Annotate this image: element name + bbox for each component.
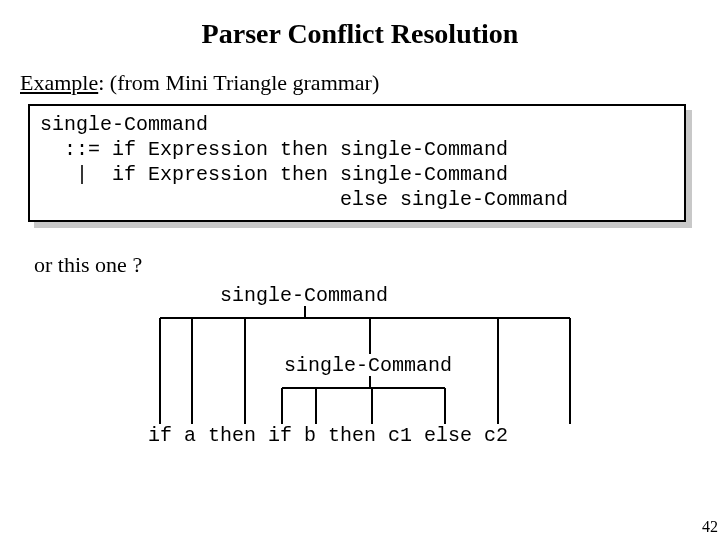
- or-this-one: or this one ?: [34, 252, 700, 278]
- page-number: 42: [702, 518, 718, 536]
- parse-tree: single-Command single-Command if a then …: [20, 284, 700, 449]
- grammar-definition: single-Command ::= if Expression then si…: [28, 104, 686, 222]
- example-line: Example: (from Mini Triangle grammar): [20, 70, 700, 96]
- slide-title: Parser Conflict Resolution: [20, 18, 700, 50]
- example-label: Example: [20, 70, 98, 95]
- tree-lines: [20, 284, 720, 454]
- grammar-box: single-Command ::= if Expression then si…: [28, 104, 686, 222]
- example-source: : (from Mini Triangle grammar): [98, 70, 379, 95]
